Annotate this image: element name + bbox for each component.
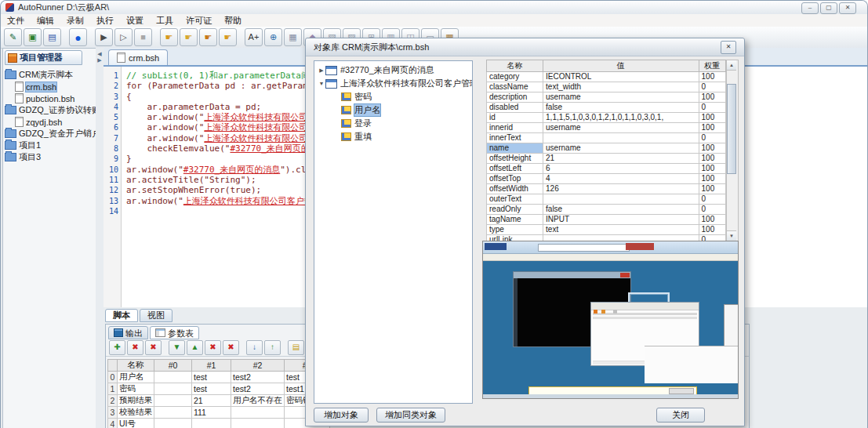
delete-all-parameters-button[interactable]: ✖ <box>145 340 162 355</box>
table-cell[interactable]: 用户名不存在 <box>231 395 285 407</box>
table-cell[interactable] <box>154 419 192 428</box>
dialog-title-bar[interactable]: 对象库 CRM演示脚本\crm.bsh <box>306 38 744 56</box>
tree-folder[interactable]: 项目3 <box>5 151 96 163</box>
delete-parameter-button[interactable]: ✖ <box>127 340 143 355</box>
property-value-cell[interactable]: false <box>543 205 699 215</box>
property-weight-cell[interactable]: 0 <box>699 103 725 113</box>
open-script-button[interactable]: ▣ <box>24 28 42 46</box>
property-value-cell[interactable]: 1,1,1,5,1,0,3,0,1,2,1,0,1,1,0,3,0,1, <box>543 113 699 123</box>
property-name-cell[interactable]: offsetTop <box>487 174 543 184</box>
menu-item-1[interactable]: 文件 <box>1 15 31 27</box>
property-weight-cell[interactable]: 100 <box>699 123 725 133</box>
menu-item-7[interactable]: 许可证 <box>180 15 218 27</box>
title-bar[interactable]: AutoRunner D:\云极AR\ – ▢ ✕ <box>1 1 867 15</box>
record-button[interactable]: ● <box>69 28 87 46</box>
property-value-cell[interactable] <box>543 194 699 205</box>
property-name-cell[interactable]: readOnly <box>487 205 543 215</box>
property-weight-cell[interactable]: 100 <box>699 174 725 184</box>
splitter-collapse-left-icon[interactable]: ◀ <box>97 51 101 57</box>
dialog-close-icon[interactable]: ✕ <box>721 41 736 54</box>
property-value-cell[interactable]: username <box>543 143 699 154</box>
close-dialog-button[interactable]: 关闭 <box>656 408 705 423</box>
property-name-cell[interactable]: tagName <box>487 215 543 225</box>
menu-item-5[interactable]: 设置 <box>120 15 150 27</box>
tool-button-5[interactable]: ▦ <box>284 28 302 46</box>
table-cell[interactable]: test2 <box>231 383 285 395</box>
scroll-thumb[interactable] <box>727 84 736 174</box>
property-weight-cell[interactable]: 100 <box>699 225 725 235</box>
add-parameter-button[interactable]: ✚ <box>109 340 125 355</box>
property-value-cell[interactable]: 126 <box>543 184 699 194</box>
object-tree-item[interactable]: 用户名 <box>314 103 472 117</box>
property-value-cell[interactable]: IECONTROL <box>543 72 699 82</box>
menu-item-2[interactable]: 编辑 <box>31 15 60 27</box>
property-weight-cell[interactable]: 0 <box>699 133 725 143</box>
property-value-cell[interactable]: 21 <box>543 154 699 164</box>
splitter-collapse-right-icon[interactable]: ▶ <box>97 57 101 63</box>
delete-row-button[interactable]: ✖ <box>205 340 221 355</box>
stop-button[interactable]: ■ <box>134 28 152 46</box>
tab-script[interactable]: 脚本 <box>105 309 138 322</box>
property-name-cell[interactable]: innerText <box>487 133 543 143</box>
properties-scrollbar[interactable]: ▲ ▼ <box>726 60 739 241</box>
tool-button-4[interactable]: ☛ <box>219 28 237 46</box>
table-cell[interactable] <box>154 372 192 383</box>
property-name-cell[interactable]: offsetLeft <box>487 164 543 174</box>
table-cell[interactable]: test2 <box>231 372 285 383</box>
property-value-cell[interactable]: 4 <box>543 174 699 184</box>
sort-ascending-button[interactable]: ↓ <box>246 340 263 355</box>
globe-button[interactable]: ⊕ <box>264 28 282 46</box>
menu-item-6[interactable]: 工具 <box>150 15 180 27</box>
property-name-cell[interactable]: category <box>487 72 543 82</box>
property-name-cell[interactable]: type <box>487 225 543 235</box>
table-cell[interactable]: 用户名 <box>118 372 154 383</box>
run-button[interactable]: ▶ <box>95 28 113 46</box>
property-weight-cell[interactable]: 0 <box>699 194 725 205</box>
table-cell[interactable]: 预期结果 <box>118 395 154 407</box>
vertical-splitter[interactable]: ◀ ▶ <box>96 48 104 428</box>
property-weight-cell[interactable]: 100 <box>699 184 725 194</box>
object-tree-item[interactable]: 重填 <box>314 130 472 143</box>
tab-parameter-table[interactable]: 参数表 <box>150 326 199 339</box>
scroll-up-icon[interactable]: ▲ <box>727 60 736 71</box>
step-run-button[interactable]: ▷ <box>114 28 133 46</box>
table-cell[interactable]: 21 <box>192 395 231 407</box>
property-value-cell[interactable]: text <box>543 225 699 235</box>
property-name-cell[interactable]: className <box>487 82 543 92</box>
table-cell[interactable]: UI号 <box>118 419 154 428</box>
tree-file[interactable]: pubction.bsh <box>5 92 96 104</box>
add-same-class-object-button[interactable]: 增加同类对象 <box>376 408 445 423</box>
insert-row-below-button[interactable]: ▼ <box>169 340 185 355</box>
tree-file[interactable]: zqydj.bsh <box>5 116 96 128</box>
menu-item-4[interactable]: 执行 <box>90 15 120 27</box>
table-cell[interactable]: 校验结果 <box>118 407 154 419</box>
export-button[interactable]: ▤ <box>288 340 304 355</box>
font-size-button[interactable]: A+ <box>245 28 263 46</box>
sort-descending-button[interactable]: ↑ <box>264 340 281 355</box>
delete-all-rows-button[interactable]: ✖ <box>223 340 239 355</box>
table-cell[interactable] <box>231 407 285 419</box>
collapse-icon[interactable]: ▼ <box>318 81 325 86</box>
table-cell[interactable]: test <box>192 383 231 395</box>
property-weight-cell[interactable]: 100 <box>699 113 725 123</box>
table-cell[interactable]: 111 <box>192 407 231 419</box>
property-value-cell[interactable]: username <box>543 123 699 133</box>
minimize-button[interactable]: – <box>801 2 819 14</box>
object-tree-item[interactable]: 密码 <box>314 90 472 103</box>
tree-file[interactable]: crm.bsh <box>5 81 96 92</box>
object-tree-item[interactable]: 登录 <box>314 117 472 130</box>
tab-crm-bsh[interactable]: crm.bsh <box>108 49 168 65</box>
property-name-cell[interactable]: disabled <box>487 103 543 113</box>
property-weight-cell[interactable]: 100 <box>699 92 725 103</box>
property-weight-cell[interactable]: 100 <box>699 164 725 174</box>
property-name-cell[interactable]: offsetWidth <box>487 184 543 194</box>
property-weight-cell[interactable]: 0 <box>699 82 725 92</box>
save-button[interactable]: ▤ <box>43 28 61 46</box>
table-cell[interactable]: 密码 <box>118 383 154 395</box>
tab-output[interactable]: 输出 <box>108 326 148 339</box>
property-name-cell[interactable]: outerText <box>487 194 543 205</box>
table-cell[interactable] <box>154 407 192 419</box>
maximize-button[interactable]: ▢ <box>820 2 837 14</box>
property-name-cell[interactable]: description <box>487 92 543 103</box>
tool-button-3[interactable]: ☛ <box>199 28 217 46</box>
